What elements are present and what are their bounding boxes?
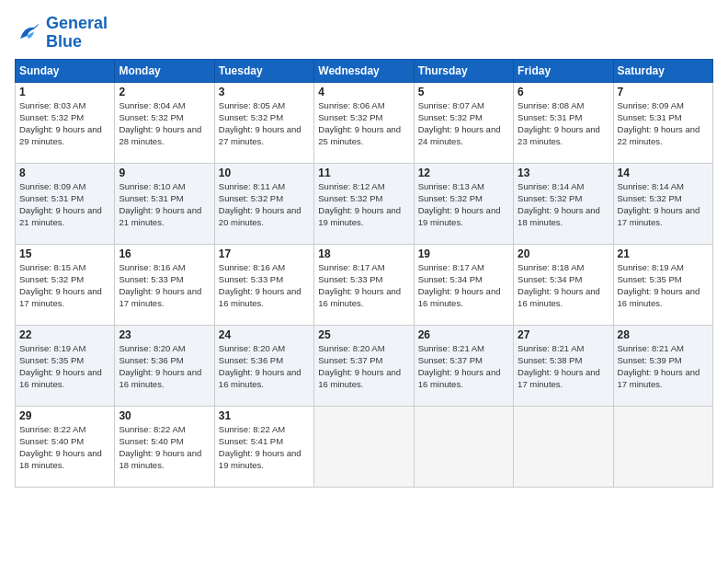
day-number: 20 (518, 247, 609, 260)
day-info: Sunrise: 8:15 AMSunset: 5:32 PMDaylight:… (19, 261, 110, 310)
weekday-header-wednesday: Wednesday (314, 59, 414, 82)
calendar-table: SundayMondayTuesdayWednesdayThursdayFrid… (15, 59, 713, 488)
day-number: 26 (418, 328, 509, 341)
calendar-day-cell: 12Sunrise: 8:13 AMSunset: 5:32 PMDayligh… (414, 163, 513, 244)
calendar-day-cell: 30Sunrise: 8:22 AMSunset: 5:40 PMDayligh… (115, 406, 214, 487)
day-info: Sunrise: 8:21 AMSunset: 5:39 PMDaylight:… (618, 342, 709, 391)
calendar-day-cell: 14Sunrise: 8:14 AMSunset: 5:32 PMDayligh… (613, 163, 712, 244)
day-info: Sunrise: 8:06 AMSunset: 5:32 PMDaylight:… (318, 99, 409, 148)
day-number: 3 (219, 86, 310, 98)
day-number: 6 (518, 86, 609, 98)
day-info: Sunrise: 8:16 AMSunset: 5:33 PMDaylight:… (219, 261, 310, 310)
weekday-header-sunday: Sunday (16, 59, 115, 82)
day-info: Sunrise: 8:09 AMSunset: 5:31 PMDaylight:… (19, 180, 110, 229)
day-info: Sunrise: 8:21 AMSunset: 5:37 PMDaylight:… (418, 342, 509, 391)
day-number: 8 (19, 167, 110, 179)
calendar-day-cell: 17Sunrise: 8:16 AMSunset: 5:33 PMDayligh… (214, 244, 313, 325)
day-number: 7 (618, 86, 709, 98)
day-info: Sunrise: 8:09 AMSunset: 5:31 PMDaylight:… (618, 99, 709, 148)
day-number: 27 (518, 328, 609, 341)
calendar-week-row: 1Sunrise: 8:03 AMSunset: 5:32 PMDaylight… (16, 82, 713, 163)
calendar-day-cell: 1Sunrise: 8:03 AMSunset: 5:32 PMDaylight… (16, 82, 115, 163)
calendar-day-cell: 18Sunrise: 8:17 AMSunset: 5:33 PMDayligh… (314, 244, 414, 325)
day-number: 17 (219, 247, 310, 260)
day-info: Sunrise: 8:22 AMSunset: 5:40 PMDaylight:… (119, 423, 210, 472)
calendar-week-row: 8Sunrise: 8:09 AMSunset: 5:31 PMDaylight… (16, 163, 713, 244)
logo: General Blue (15, 15, 108, 52)
calendar-day-cell: 25Sunrise: 8:20 AMSunset: 5:37 PMDayligh… (314, 325, 414, 406)
day-info: Sunrise: 8:22 AMSunset: 5:40 PMDaylight:… (19, 423, 110, 472)
calendar-day-cell: 21Sunrise: 8:19 AMSunset: 5:35 PMDayligh… (613, 244, 712, 325)
calendar-day-cell: 31Sunrise: 8:22 AMSunset: 5:41 PMDayligh… (214, 406, 313, 487)
day-info: Sunrise: 8:13 AMSunset: 5:32 PMDaylight:… (418, 180, 509, 229)
day-number: 1 (19, 86, 110, 98)
weekday-header-friday: Friday (514, 59, 613, 82)
day-number: 5 (418, 86, 509, 98)
calendar-day-cell: 2Sunrise: 8:04 AMSunset: 5:32 PMDaylight… (115, 82, 214, 163)
day-number: 15 (19, 247, 110, 260)
day-info: Sunrise: 8:10 AMSunset: 5:31 PMDaylight:… (119, 180, 210, 229)
day-number: 4 (318, 86, 409, 98)
calendar-day-cell (514, 406, 613, 487)
weekday-header-tuesday: Tuesday (214, 59, 313, 82)
day-info: Sunrise: 8:11 AMSunset: 5:32 PMDaylight:… (219, 180, 310, 229)
day-number: 2 (119, 86, 210, 98)
day-number: 28 (618, 328, 709, 341)
calendar-day-cell: 4Sunrise: 8:06 AMSunset: 5:32 PMDaylight… (314, 82, 414, 163)
day-info: Sunrise: 8:20 AMSunset: 5:37 PMDaylight:… (318, 342, 409, 391)
day-number: 21 (618, 247, 709, 260)
day-number: 12 (418, 167, 509, 179)
calendar-week-row: 15Sunrise: 8:15 AMSunset: 5:32 PMDayligh… (16, 244, 713, 325)
day-number: 30 (119, 409, 210, 422)
day-info: Sunrise: 8:18 AMSunset: 5:34 PMDaylight:… (518, 261, 609, 310)
calendar-day-cell: 26Sunrise: 8:21 AMSunset: 5:37 PMDayligh… (414, 325, 513, 406)
calendar-day-cell: 13Sunrise: 8:14 AMSunset: 5:32 PMDayligh… (514, 163, 613, 244)
day-info: Sunrise: 8:08 AMSunset: 5:31 PMDaylight:… (518, 99, 609, 148)
day-number: 11 (318, 167, 409, 179)
weekday-header-saturday: Saturday (613, 59, 712, 82)
calendar-day-cell: 6Sunrise: 8:08 AMSunset: 5:31 PMDaylight… (514, 82, 613, 163)
day-info: Sunrise: 8:16 AMSunset: 5:33 PMDaylight:… (119, 261, 210, 310)
day-number: 13 (518, 167, 609, 179)
day-number: 16 (119, 247, 210, 260)
calendar-day-cell: 24Sunrise: 8:20 AMSunset: 5:36 PMDayligh… (214, 325, 313, 406)
day-info: Sunrise: 8:12 AMSunset: 5:32 PMDaylight:… (318, 180, 409, 229)
calendar-day-cell: 3Sunrise: 8:05 AMSunset: 5:32 PMDaylight… (214, 82, 313, 163)
calendar-header-row: SundayMondayTuesdayWednesdayThursdayFrid… (16, 59, 713, 82)
day-info: Sunrise: 8:22 AMSunset: 5:41 PMDaylight:… (219, 423, 310, 472)
day-info: Sunrise: 8:05 AMSunset: 5:32 PMDaylight:… (219, 99, 310, 148)
calendar-day-cell (414, 406, 513, 487)
calendar-day-cell: 29Sunrise: 8:22 AMSunset: 5:40 PMDayligh… (16, 406, 115, 487)
calendar-day-cell: 8Sunrise: 8:09 AMSunset: 5:31 PMDaylight… (16, 163, 115, 244)
calendar-day-cell (314, 406, 414, 487)
day-info: Sunrise: 8:20 AMSunset: 5:36 PMDaylight:… (119, 342, 210, 391)
day-number: 18 (318, 247, 409, 260)
day-info: Sunrise: 8:14 AMSunset: 5:32 PMDaylight:… (518, 180, 609, 229)
day-info: Sunrise: 8:19 AMSunset: 5:35 PMDaylight:… (618, 261, 709, 310)
day-info: Sunrise: 8:21 AMSunset: 5:38 PMDaylight:… (518, 342, 609, 391)
calendar-day-cell (613, 406, 712, 487)
calendar-day-cell: 19Sunrise: 8:17 AMSunset: 5:34 PMDayligh… (414, 244, 513, 325)
calendar-week-row: 29Sunrise: 8:22 AMSunset: 5:40 PMDayligh… (16, 406, 713, 487)
day-number: 10 (219, 167, 310, 179)
calendar-day-cell: 23Sunrise: 8:20 AMSunset: 5:36 PMDayligh… (115, 325, 214, 406)
day-info: Sunrise: 8:17 AMSunset: 5:34 PMDaylight:… (418, 261, 509, 310)
day-number: 29 (19, 409, 110, 422)
day-number: 25 (318, 328, 409, 341)
day-number: 24 (219, 328, 310, 341)
calendar-day-cell: 22Sunrise: 8:19 AMSunset: 5:35 PMDayligh… (16, 325, 115, 406)
weekday-header-monday: Monday (115, 59, 214, 82)
logo-text: General Blue (46, 15, 108, 52)
day-info: Sunrise: 8:03 AMSunset: 5:32 PMDaylight:… (19, 99, 110, 148)
day-number: 9 (119, 167, 210, 179)
day-number: 23 (119, 328, 210, 341)
calendar-day-cell: 20Sunrise: 8:18 AMSunset: 5:34 PMDayligh… (514, 244, 613, 325)
calendar-day-cell: 28Sunrise: 8:21 AMSunset: 5:39 PMDayligh… (613, 325, 712, 406)
header: General Blue (15, 15, 713, 52)
calendar-day-cell: 15Sunrise: 8:15 AMSunset: 5:32 PMDayligh… (16, 244, 115, 325)
day-info: Sunrise: 8:04 AMSunset: 5:32 PMDaylight:… (119, 99, 210, 148)
day-info: Sunrise: 8:19 AMSunset: 5:35 PMDaylight:… (19, 342, 110, 391)
calendar-day-cell: 5Sunrise: 8:07 AMSunset: 5:32 PMDaylight… (414, 82, 513, 163)
weekday-header-thursday: Thursday (414, 59, 513, 82)
calendar-day-cell: 27Sunrise: 8:21 AMSunset: 5:38 PMDayligh… (514, 325, 613, 406)
